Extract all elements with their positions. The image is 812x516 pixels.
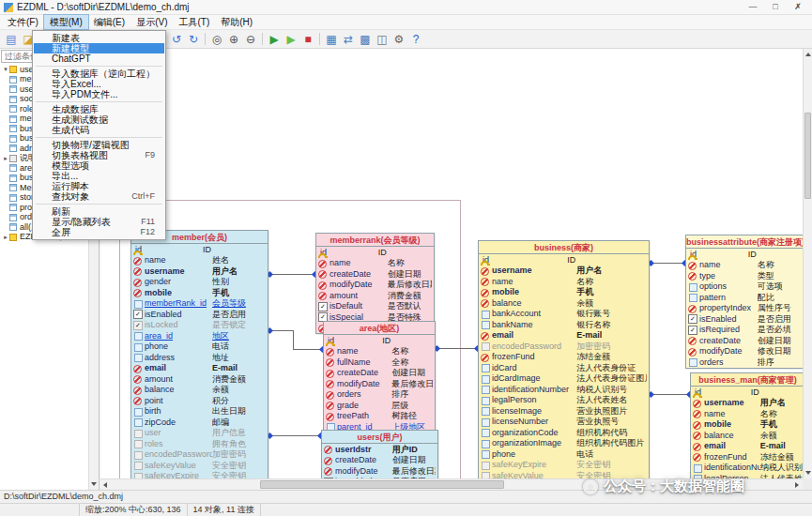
field-row[interactable]: username用户名 <box>131 266 268 277</box>
maximize-button[interactable]: □ <box>765 1 786 13</box>
field-row[interactable]: balance余额 <box>691 430 803 441</box>
field-row[interactable]: frozenFund冻结金额 <box>479 352 649 363</box>
field-row[interactable]: type类型 <box>686 270 803 281</box>
field-row[interactable]: isEnabled是否启用 <box>131 309 268 320</box>
table-area[interactable]: area(地区)idIDname名称fullName全称createDate创建… <box>323 321 436 433</box>
field-row[interactable]: name名称 <box>686 260 803 271</box>
menubar-item-1[interactable]: 文件(F) <box>2 15 44 29</box>
menu-item-20[interactable]: 刷新 <box>34 206 164 217</box>
scroll-right-icon[interactable] <box>792 480 802 490</box>
field-row[interactable]: propertyIndex属性序号 <box>686 303 803 314</box>
toolbar-settings-button[interactable]: ⚙ <box>391 31 407 47</box>
menu-item-11[interactable]: 生成代码 <box>34 125 164 135</box>
field-row[interactable]: licenseNumber营业执照号 <box>479 417 649 428</box>
menu-item-13[interactable]: 切换物理/逻辑视图 <box>34 140 164 150</box>
field-row[interactable]: bankName银行名称 <box>479 319 649 330</box>
field-row[interactable]: idID <box>316 247 434 258</box>
field-row[interactable]: phone电话 <box>479 448 649 460</box>
menu-item-18[interactable]: 查找对象Ctrl+F <box>34 191 164 202</box>
field-row[interactable]: identificationNumber纳税人识别号 <box>479 384 649 395</box>
field-row[interactable]: memberRank_id会员等级 <box>131 298 268 310</box>
field-row[interactable]: createDate创建日期 <box>686 335 803 346</box>
field-row[interactable]: mobile手机 <box>691 419 803 431</box>
field-row[interactable]: name名称 <box>691 408 803 419</box>
canvas-vscrollbar[interactable] <box>803 49 812 478</box>
field-row[interactable]: name名称 <box>324 346 435 357</box>
toolbar-undo-button[interactable]: ↺ <box>168 31 185 47</box>
field-row[interactable]: organizationCode组织机构代码 <box>479 427 649 438</box>
toolbar-zoom-in-button[interactable]: ⊕ <box>225 31 242 47</box>
field-row[interactable]: orders排序 <box>686 357 803 368</box>
menu-item-10[interactable]: 生成测试数据 <box>34 114 164 125</box>
menu-item-7[interactable]: 导入PDM文件... <box>34 89 164 99</box>
field-row[interactable]: modifyDate修改日期 <box>686 346 803 357</box>
toolbar-find-button[interactable]: ◎ <box>208 31 225 47</box>
field-row[interactable]: emailE-mail <box>691 441 803 452</box>
menu-item-21[interactable]: 显示/隐藏列表F11 <box>34 217 164 227</box>
field-row[interactable]: zipCode邮编 <box>131 417 268 428</box>
field-row[interactable]: address地址 <box>131 352 268 363</box>
table-business_man[interactable]: business_man(商家管理)idIDusername用户名name名称m… <box>690 372 803 478</box>
hscroll-thumb[interactable] <box>260 480 504 489</box>
toolbar-new-table-button[interactable]: ▦ <box>323 31 340 47</box>
field-row[interactable]: grade层级 <box>324 400 435 411</box>
field-row[interactable]: idCardImage法人代表身份证图片 <box>479 373 649 385</box>
field-row[interactable]: name名称 <box>479 276 649 287</box>
field-row[interactable]: encodedPassword加密密码 <box>479 341 649 352</box>
field-row[interactable]: modifyDate最后修改日期 <box>316 280 434 291</box>
field-row[interactable]: idCard法人代表身份证 <box>479 362 649 373</box>
vscroll-thumb[interactable] <box>804 113 811 199</box>
toolbar-generate-db-button[interactable]: ◫ <box>374 31 391 47</box>
field-row[interactable]: createDate创建日期 <box>324 368 435 379</box>
field-row[interactable]: roles拥有角色 <box>131 438 268 449</box>
menu-item-15[interactable]: 模型选项 <box>34 160 164 171</box>
menu-item-14[interactable]: 切换表格视图F9 <box>34 150 164 160</box>
toolbar-grid-view-button[interactable]: ▩ <box>357 31 374 47</box>
diagram-canvas[interactable]: 员 member(会员)idIDname姓名username用户名gender性… <box>100 49 803 478</box>
field-row[interactable]: options可选项 <box>686 281 803 293</box>
table-member[interactable]: member(会员)idIDname姓名username用户名gender性别m… <box>130 230 268 478</box>
field-row[interactable]: createDate创建日期 <box>316 268 434 280</box>
menubar-item-2[interactable]: 模型(M) <box>44 15 88 29</box>
menu-item-3[interactable]: ChatGPT <box>34 53 164 64</box>
field-row[interactable]: mobile手机 <box>479 287 649 298</box>
field-row[interactable]: point积分 <box>131 395 268 406</box>
table-businessattribute[interactable]: businessattribute(商家注册项)idIDname名称type类型… <box>685 235 803 369</box>
field-row[interactable]: mobile手机 <box>131 287 268 298</box>
toolbar-zoom-out-button[interactable]: ⊖ <box>242 31 259 47</box>
field-row[interactable]: emailE-mail <box>131 363 268 374</box>
field-row[interactable]: isRequired是否必填 <box>686 325 803 336</box>
menubar-item-6[interactable]: 帮助(H) <box>215 15 258 29</box>
field-row[interactable]: username用户名 <box>691 398 803 409</box>
table-memberrank[interactable]: memberrank(会员等级)idIDname名称createDate创建日期… <box>315 233 435 334</box>
menu-item-5[interactable]: 导入数据库（逆向工程） <box>34 68 164 79</box>
menu-item-2[interactable]: 新建模型 <box>34 43 164 53</box>
field-row[interactable]: name姓名 <box>131 255 268 266</box>
field-row[interactable]: bankAccount银行账号 <box>479 309 649 320</box>
menu-item-17[interactable]: 运行脚本 <box>34 181 164 191</box>
scroll-left-icon[interactable] <box>101 480 111 490</box>
field-row[interactable]: emailE-mail <box>479 330 649 341</box>
field-row[interactable]: isLocked是否锁定 <box>131 320 268 331</box>
field-row[interactable]: safeKeyExpire安全密钥 <box>131 471 268 479</box>
field-row[interactable]: userIdstr用户ID <box>322 444 437 455</box>
toolbar-new-model-button[interactable]: ▤ <box>3 31 20 47</box>
field-row[interactable]: idID <box>131 244 268 255</box>
field-row[interactable]: birth出生日期 <box>131 406 268 417</box>
toolbar-help-button[interactable]: ? <box>407 31 424 47</box>
menu-item-6[interactable]: 导入Excel... <box>34 79 164 89</box>
field-row[interactable]: modifyDate最后修改日期 <box>322 465 437 477</box>
field-row[interactable]: modifyDate最后修改日期 <box>324 378 435 389</box>
scroll-down-icon[interactable] <box>804 468 812 478</box>
toolbar-run-script-button[interactable]: ▶ <box>283 31 299 47</box>
field-row[interactable]: user用户信息 <box>131 428 268 439</box>
menubar-item-5[interactable]: 工具(T) <box>173 15 215 29</box>
menu-item-16[interactable]: 导出... <box>34 171 164 181</box>
field-row[interactable]: idID <box>479 254 649 266</box>
field-row[interactable]: amount消费金额 <box>131 373 268 385</box>
field-row[interactable]: fullName全称 <box>324 357 435 368</box>
field-row[interactable]: legalPerson法人代表姓名 <box>479 395 649 406</box>
field-row[interactable]: organizationImage组织机构代码图片 <box>479 438 649 449</box>
field-row[interactable]: phone电话 <box>131 341 268 353</box>
toolbar-stop-button[interactable]: ■ <box>299 31 316 47</box>
